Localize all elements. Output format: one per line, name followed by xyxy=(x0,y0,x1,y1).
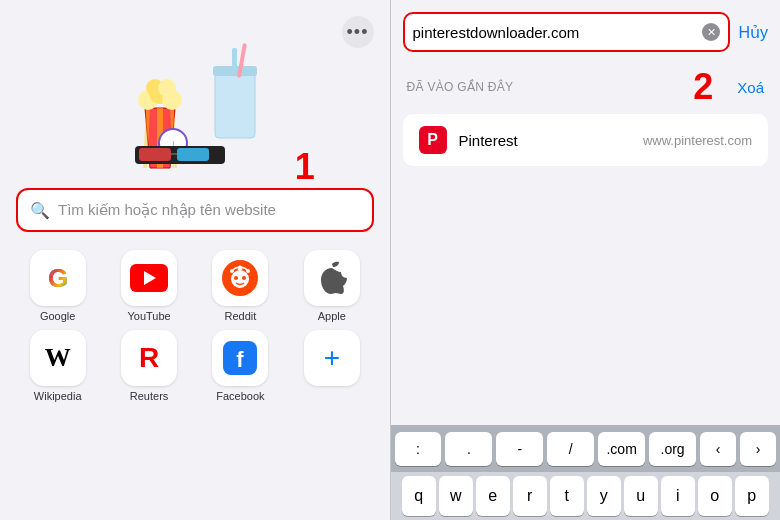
key-arrow-right[interactable]: › xyxy=(740,432,776,466)
illustration-svg: ↓ xyxy=(85,28,305,178)
key-w[interactable]: w xyxy=(439,476,473,516)
key-u[interactable]: u xyxy=(624,476,658,516)
key-r[interactable]: r xyxy=(513,476,547,516)
key-e[interactable]: e xyxy=(476,476,510,516)
search-icon: 🔍 xyxy=(30,201,50,220)
svg-rect-0 xyxy=(215,68,255,138)
left-panel: ••• ↓ xyxy=(0,0,390,520)
svg-point-26 xyxy=(234,276,238,280)
search-bar[interactable]: 🔍 Tìm kiếm hoặc nhập tên website xyxy=(16,188,374,232)
clear-history-button[interactable]: Xoá xyxy=(737,79,764,96)
shortcuts-grid: G G Google xyxy=(16,250,374,402)
key-hyphen[interactable]: - xyxy=(496,432,543,466)
shortcut-facebook[interactable]: f Facebook xyxy=(199,330,282,402)
key-arrow-left[interactable]: ‹ xyxy=(700,432,736,466)
key-dot[interactable]: . xyxy=(445,432,492,466)
reuters-icon: R xyxy=(121,330,177,386)
url-bar-row: pinterestdownloader.com ✕ Hủy xyxy=(391,0,780,60)
svg-text:f: f xyxy=(237,347,245,372)
youtube-icon xyxy=(121,250,177,306)
google-label: Google xyxy=(40,310,75,322)
suggestion-url: www.pinterest.com xyxy=(643,133,752,148)
suggestion-name: Pinterest xyxy=(459,132,631,149)
svg-point-27 xyxy=(242,276,246,280)
url-input[interactable]: pinterestdownloader.com xyxy=(413,24,580,41)
section-title: ĐÃ VÀO GẦN ĐÂY xyxy=(407,80,514,94)
svg-rect-17 xyxy=(139,148,171,161)
apple-label: Apple xyxy=(318,310,346,322)
hero-illustration: ↓ 1 xyxy=(85,28,305,178)
google-icon: G G xyxy=(30,250,86,306)
facebook-icon: f xyxy=(212,330,268,386)
wikipedia-icon: W xyxy=(30,330,86,386)
right-panel: pinterestdownloader.com ✕ Hủy ĐÃ VÀO GẦN… xyxy=(391,0,780,520)
key-p[interactable]: p xyxy=(735,476,769,516)
shortcut-youtube[interactable]: YouTube xyxy=(107,250,190,322)
special-keys-row: : . - / .com .org ‹ › xyxy=(391,426,780,472)
url-bar[interactable]: pinterestdownloader.com ✕ xyxy=(403,12,731,52)
wikipedia-label: Wikipedia xyxy=(34,390,82,402)
key-slash[interactable]: / xyxy=(547,432,594,466)
svg-point-13 xyxy=(158,79,176,97)
reuters-label: Reuters xyxy=(130,390,169,402)
clear-url-button[interactable]: ✕ xyxy=(702,23,720,41)
key-q[interactable]: q xyxy=(402,476,436,516)
main-keys-row: q w e r t y u i o p xyxy=(391,472,780,520)
key-i[interactable]: i xyxy=(661,476,695,516)
reddit-icon xyxy=(212,250,268,306)
key-dotcom[interactable]: .com xyxy=(598,432,645,466)
svg-rect-2 xyxy=(232,48,237,70)
keyboard-area: : . - / .com .org ‹ › q w e r t y u i o … xyxy=(391,425,780,520)
shortcut-google[interactable]: G G Google xyxy=(16,250,99,322)
shortcut-wikipedia[interactable]: W Wikipedia xyxy=(16,330,99,402)
cancel-button[interactable]: Hủy xyxy=(738,23,768,42)
add-icon: + xyxy=(304,330,360,386)
reddit-label: Reddit xyxy=(225,310,257,322)
step-2-label: 2 xyxy=(685,66,721,108)
facebook-label: Facebook xyxy=(216,390,264,402)
apple-icon xyxy=(304,250,360,306)
shortcut-add[interactable]: + xyxy=(290,330,373,402)
spacer xyxy=(391,166,780,425)
more-icon: ••• xyxy=(347,22,369,43)
section-header: ĐÃ VÀO GẦN ĐÂY 2 Xoá xyxy=(391,60,780,114)
key-colon[interactable]: : xyxy=(395,432,442,466)
svg-rect-18 xyxy=(177,148,209,161)
youtube-label: YouTube xyxy=(127,310,170,322)
shortcut-reuters[interactable]: R Reuters xyxy=(107,330,190,402)
step-1-label: 1 xyxy=(295,146,315,188)
key-t[interactable]: t xyxy=(550,476,584,516)
more-button[interactable]: ••• xyxy=(342,16,374,48)
svg-text:G: G xyxy=(48,263,68,293)
shortcut-apple[interactable]: Apple xyxy=(290,250,373,322)
shortcut-reddit[interactable]: Reddit xyxy=(199,250,282,322)
suggestion-row[interactable]: P Pinterest www.pinterest.com xyxy=(403,114,768,166)
search-placeholder: Tìm kiếm hoặc nhập tên website xyxy=(58,201,276,219)
key-o[interactable]: o xyxy=(698,476,732,516)
key-dotorg[interactable]: .org xyxy=(649,432,696,466)
pinterest-icon: P xyxy=(419,126,447,154)
key-y[interactable]: y xyxy=(587,476,621,516)
